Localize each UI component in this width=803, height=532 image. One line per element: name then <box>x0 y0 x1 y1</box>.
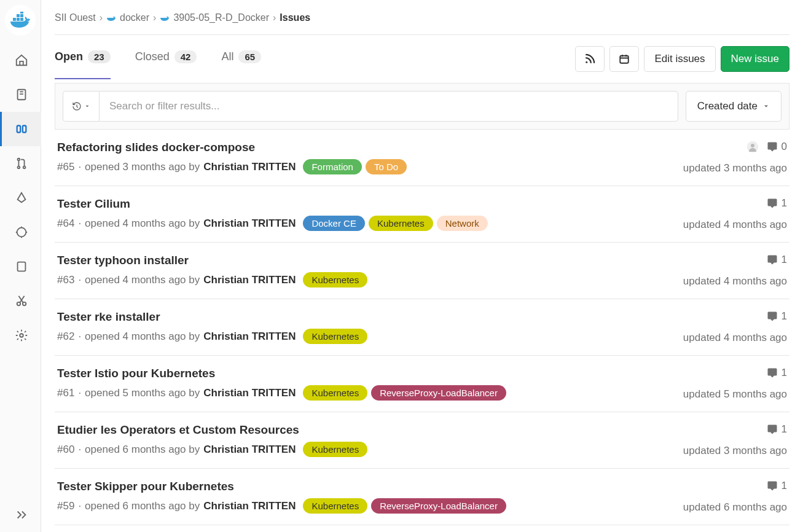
tab-open[interactable]: Open 23 <box>55 50 111 79</box>
chevron-down-icon <box>84 103 90 109</box>
search-input[interactable] <box>99 91 678 122</box>
tab-all-count: 65 <box>238 50 261 63</box>
calendar-button[interactable] <box>609 46 639 72</box>
comments-count[interactable]: 1 <box>767 367 787 379</box>
label[interactable]: Kubernetes <box>303 498 367 514</box>
issue-meta: #63 · opened 4 months ago by Christian T… <box>57 272 652 288</box>
issue-author[interactable]: Christian TRITTEN <box>203 387 296 399</box>
label[interactable]: Kubernetes <box>303 442 367 457</box>
comments-count[interactable]: 1 <box>767 423 787 436</box>
comments-icon <box>767 198 778 209</box>
issue-row: Tester Traefik ingress pour Kubernetes2 <box>55 525 789 532</box>
svg-point-10 <box>17 166 20 169</box>
issue-title[interactable]: Tester Cilium <box>57 197 652 211</box>
nav-issues[interactable] <box>0 112 41 146</box>
breadcrumb-separator: › <box>153 12 156 23</box>
svg-rect-5 <box>20 12 23 14</box>
breadcrumb-root[interactable]: SII Ouest <box>55 12 96 23</box>
issue-updated: updated 4 months ago <box>683 332 787 344</box>
comments-count[interactable]: 1 <box>767 254 787 266</box>
issue-opened: opened 6 months ago by <box>85 444 200 456</box>
calendar-icon <box>619 53 630 65</box>
label[interactable]: Kubernetes <box>303 272 367 288</box>
comments-count[interactable]: 0 <box>767 141 787 153</box>
project-logo[interactable] <box>5 5 36 36</box>
svg-rect-2 <box>20 18 23 21</box>
comments-icon <box>767 424 778 435</box>
label[interactable]: Network <box>437 216 488 231</box>
svg-rect-3 <box>17 14 20 17</box>
rss-button[interactable] <box>575 46 605 72</box>
issue-author[interactable]: Christian TRITTEN <box>203 331 296 343</box>
nav-collapse[interactable] <box>0 498 41 532</box>
nav-settings[interactable] <box>0 318 41 353</box>
issue-author[interactable]: Christian TRITTEN <box>203 274 296 286</box>
issue-title[interactable]: Tester rke installer <box>57 310 652 324</box>
comments-icon <box>767 254 778 265</box>
issue-meta: #62 · opened 4 months ago by Christian T… <box>57 329 652 344</box>
issue-meta: #59 · opened 6 months ago by Christian T… <box>57 498 652 514</box>
issue-opened: opened 4 months ago by <box>85 217 200 230</box>
history-icon <box>72 101 82 111</box>
issue-row: Etudier les Operators et Custom Resource… <box>55 412 789 469</box>
label[interactable]: Kubernetes <box>303 385 367 401</box>
issue-updated: updated 4 months ago <box>683 275 787 288</box>
issue-meta: #60 · opened 6 months ago by Christian T… <box>57 442 652 457</box>
issue-labels: FormationTo Do <box>303 159 407 174</box>
issue-updated: updated 3 months ago <box>683 162 787 174</box>
svg-rect-18 <box>621 56 629 63</box>
breadcrumb: SII Ouest › docker › 3905-05_R-D_Docker … <box>55 0 789 35</box>
comments-count[interactable]: 1 <box>767 310 787 323</box>
svg-point-11 <box>23 166 25 169</box>
issue-title[interactable]: Etudier les Operators et Custom Resource… <box>57 423 652 437</box>
issue-id: #60 <box>57 444 74 456</box>
search-history-button[interactable] <box>63 91 99 122</box>
issue-title[interactable]: Refactoring slides docker-compose <box>57 141 652 154</box>
issue-meta: #61 · opened 5 months ago by Christian T… <box>57 385 652 401</box>
nav-ci-cd[interactable] <box>0 181 41 215</box>
new-issue-button[interactable]: New issue <box>721 46 789 72</box>
svg-point-12 <box>17 228 26 237</box>
label[interactable]: ReverseProxy-LoadBalancer <box>371 385 506 401</box>
label[interactable]: ReverseProxy-LoadBalancer <box>371 498 506 514</box>
nav-snippets[interactable] <box>0 284 41 318</box>
issue-author[interactable]: Christian TRITTEN <box>203 217 296 230</box>
svg-rect-1 <box>17 18 20 21</box>
label[interactable]: Kubernetes <box>369 216 433 231</box>
label[interactable]: Formation <box>303 159 362 174</box>
issue-labels: Kubernetes <box>303 329 367 344</box>
comments-count[interactable]: 1 <box>767 197 787 209</box>
nav-repository[interactable] <box>0 77 41 112</box>
nav-operations[interactable] <box>0 215 41 249</box>
edit-issues-button[interactable]: Edit issues <box>644 46 715 72</box>
issue-author[interactable]: Christian TRITTEN <box>203 500 296 512</box>
tab-closed-label: Closed <box>135 50 170 63</box>
issue-title[interactable]: Tester Skipper pour Kubernetes <box>57 480 652 493</box>
breadcrumb-project[interactable]: 3905-05_R-D_Docker <box>173 12 269 23</box>
label[interactable]: Docker CE <box>303 216 365 231</box>
svg-rect-13 <box>17 262 25 272</box>
tab-open-count: 23 <box>88 50 111 63</box>
nav-merge-requests[interactable] <box>0 146 41 181</box>
sort-dropdown[interactable]: Created date <box>686 91 781 122</box>
nav-home[interactable] <box>0 43 41 77</box>
label[interactable]: Kubernetes <box>303 329 367 344</box>
breadcrumb-group[interactable]: docker <box>120 12 149 23</box>
tab-all[interactable]: All 65 <box>221 50 261 79</box>
issue-author[interactable]: Christian TRITTEN <box>203 444 296 456</box>
issue-meta: #64 · opened 4 months ago by Christian T… <box>57 216 652 231</box>
comments-count[interactable]: 1 <box>767 480 787 492</box>
issue-row: Tester Istio pour Kubernetes#61 · opened… <box>55 356 789 412</box>
issue-id: #64 <box>57 217 74 230</box>
nav-wiki[interactable] <box>0 249 41 284</box>
tab-closed[interactable]: Closed 42 <box>135 50 197 79</box>
label[interactable]: To Do <box>366 159 407 174</box>
breadcrumb-current: Issues <box>280 12 310 23</box>
svg-rect-0 <box>13 18 16 21</box>
issue-title[interactable]: Tester Istio pour Kubernetes <box>57 367 652 380</box>
tab-all-label: All <box>221 50 233 63</box>
issue-author[interactable]: Christian TRITTEN <box>203 161 296 173</box>
assignee-avatar[interactable] <box>747 141 758 152</box>
issue-title[interactable]: Tester typhoon installer <box>57 254 652 267</box>
issue-id: #59 <box>57 500 74 512</box>
